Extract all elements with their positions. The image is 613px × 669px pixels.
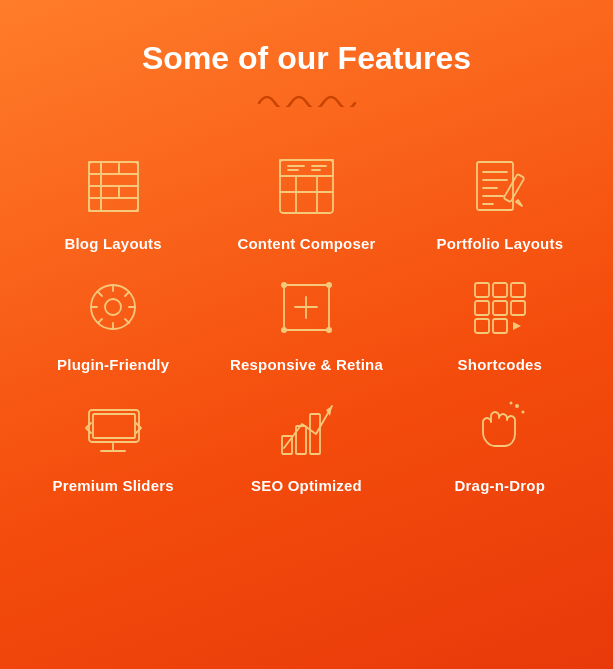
- feature-item-content-composer: Content Composer: [215, 151, 398, 252]
- svg-rect-15: [280, 160, 333, 213]
- svg-point-67: [522, 410, 525, 413]
- feature-item-responsive-retina: Responsive & Retina: [215, 272, 398, 373]
- svg-point-44: [326, 282, 332, 288]
- svg-rect-56: [493, 319, 507, 333]
- shortcodes-label: Shortcodes: [458, 356, 543, 373]
- svg-rect-8: [89, 198, 101, 211]
- feature-item-plugin-friendly: Plugin-Friendly: [22, 272, 205, 373]
- feature-item-blog-layouts: Blog Layouts: [22, 151, 205, 252]
- shortcodes-icon: [465, 272, 535, 342]
- svg-rect-51: [511, 283, 525, 297]
- svg-rect-11: [101, 174, 138, 186]
- plugin-friendly-icon: [78, 272, 148, 342]
- svg-point-66: [515, 404, 519, 408]
- decorative-wave: [257, 89, 357, 111]
- content-composer-icon: [271, 151, 341, 221]
- feature-item-drag-n-drop: Drag-n-Drop: [408, 393, 591, 494]
- responsive-retina-icon: [271, 272, 341, 342]
- svg-rect-14: [101, 198, 138, 211]
- svg-rect-50: [493, 283, 507, 297]
- svg-rect-5: [89, 162, 101, 174]
- svg-rect-20: [280, 160, 333, 176]
- svg-rect-54: [511, 301, 525, 315]
- svg-rect-55: [475, 319, 489, 333]
- svg-rect-25: [477, 162, 513, 210]
- svg-rect-10: [119, 162, 138, 174]
- svg-rect-59: [93, 414, 135, 438]
- svg-rect-53: [493, 301, 507, 315]
- page: Some of our Features: [0, 0, 613, 669]
- portfolio-layouts-label: Portfolio Layouts: [436, 235, 563, 252]
- svg-line-40: [125, 292, 129, 296]
- drag-n-drop-icon: [465, 393, 535, 463]
- svg-point-46: [326, 327, 332, 333]
- svg-marker-57: [513, 322, 521, 330]
- svg-point-33: [105, 299, 121, 315]
- drag-n-drop-label: Drag-n-Drop: [455, 477, 546, 494]
- seo-optimized-icon: [271, 393, 341, 463]
- svg-line-41: [98, 319, 102, 323]
- feature-item-premium-sliders: Premium Sliders: [22, 393, 205, 494]
- blog-layouts-label: Blog Layouts: [64, 235, 161, 252]
- content-composer-label: Content Composer: [237, 235, 375, 252]
- svg-rect-7: [89, 186, 101, 198]
- feature-item-seo-optimized: SEO Optimized: [215, 393, 398, 494]
- section-title: Some of our Features: [142, 40, 471, 77]
- portfolio-layouts-icon: [465, 151, 535, 221]
- premium-sliders-label: Premium Sliders: [52, 477, 173, 494]
- svg-rect-52: [475, 301, 489, 315]
- plugin-friendly-label: Plugin-Friendly: [57, 356, 169, 373]
- premium-sliders-icon: [78, 393, 148, 463]
- svg-line-38: [98, 292, 102, 296]
- feature-item-shortcodes: Shortcodes: [408, 272, 591, 373]
- svg-rect-31: [504, 173, 525, 201]
- svg-rect-13: [119, 186, 138, 198]
- svg-point-45: [281, 327, 287, 333]
- responsive-retina-label: Responsive & Retina: [230, 356, 383, 373]
- features-grid: Blog Layouts C: [22, 151, 592, 494]
- feature-item-portfolio-layouts: Portfolio Layouts: [408, 151, 591, 252]
- svg-point-43: [281, 282, 287, 288]
- svg-point-68: [510, 401, 513, 404]
- svg-line-39: [125, 319, 129, 323]
- svg-rect-12: [101, 186, 119, 198]
- svg-rect-49: [475, 283, 489, 297]
- blog-layouts-icon: [78, 151, 148, 221]
- svg-rect-6: [89, 174, 101, 186]
- seo-optimized-label: SEO Optimized: [251, 477, 362, 494]
- svg-rect-9: [101, 162, 119, 174]
